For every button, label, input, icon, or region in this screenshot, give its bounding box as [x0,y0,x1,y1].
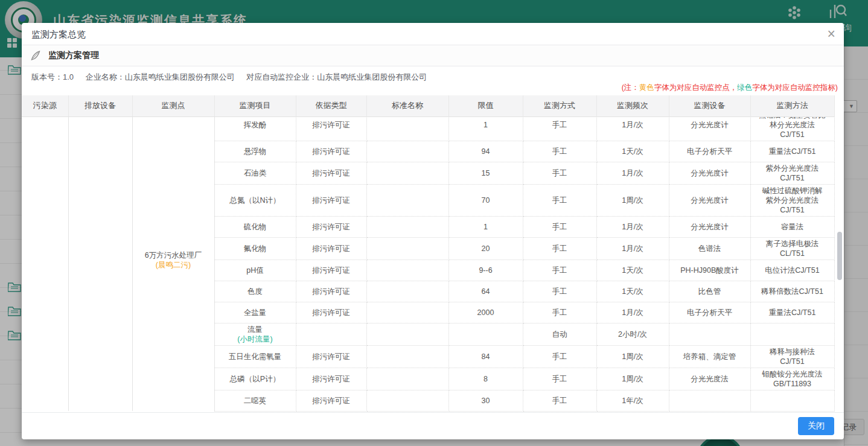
cell-item: 色度 [214,281,296,302]
table-row: 6万方污水处理厂(晨鸣二污)挥发酚排污许可证1手工1月/次分光光度计蒸馏后4-氨… [22,117,834,141]
legend-yellow: 黄色 [639,83,654,92]
cell-basis: 排污许可证 [296,141,366,162]
cell-item: 二噁英 [214,390,296,411]
cell-basis [296,323,366,345]
cell-method: 离子选择电极法 CL/T51 [750,237,834,260]
cell-basis: 排污许可证 [296,216,366,237]
cell-device: 色谱法 [669,237,750,260]
cell-mode: 手工 [523,260,596,281]
cell-limit: 64 [448,281,523,302]
table-scrollbar-thumb[interactable] [837,232,842,280]
cell-device: 比色管 [669,281,750,302]
cell-basis: 排污许可证 [296,302,366,323]
monitor-point-name: 6万方污水处理厂 [136,250,211,260]
cell-item: 五日生化需氧量 [214,345,296,368]
cell-mode: 自动 [523,323,596,345]
cell-item: 总氮（以N计） [214,184,296,216]
column-header: 监测方法 [750,95,834,116]
cell-freq: 1年/次 [596,390,669,411]
version-text: 版本号：1.0 [31,72,74,81]
cell-standard [366,260,448,281]
cell-mode: 手工 [523,368,596,390]
cell-device [669,390,750,411]
cell-limit: 20 [448,237,523,260]
cell-freq: 1月/次 [596,162,669,184]
cell-method [750,390,834,411]
monitor-point-cell: 6万方污水处理厂(晨鸣二污) [132,117,214,412]
cell-basis: 排污许可证 [296,260,366,281]
cell-basis: 排污许可证 [296,281,366,302]
cell-freq: 1月/次 [596,302,669,323]
cell-method: 蒸馏后4-氨基安替比 林分光光度法 CJ/T51 [750,117,834,141]
cell-freq: 1月/次 [596,237,669,260]
legend-green: 绿色 [737,83,752,92]
cell-basis: 排污许可证 [296,162,366,184]
plan-table-body: 6万方污水处理厂(晨鸣二污)挥发酚排污许可证1手工1月/次分光光度计蒸馏后4-氨… [22,117,844,412]
cell-method: 重量法CJ/T51 [750,141,834,162]
column-header: 污染源 [22,95,68,116]
cell-device: 分光光度计 [669,184,750,216]
cell-freq: 1周/次 [596,368,669,390]
column-header: 监测项目 [214,95,296,116]
cell-standard [366,237,448,260]
close-icon[interactable]: × [828,25,835,42]
cell-method: 重量法CJ/T51 [750,302,834,323]
pollution-source-cell [22,117,68,412]
company-text: 企业名称：山东晨鸣纸业集团股份有限公司 [86,72,235,81]
cell-method: 电位计法CJ/T51 [750,260,834,281]
column-header: 监测频次 [596,95,669,116]
cell-freq: 2小时/次 [596,323,669,345]
auto-company-text: 对应自动监控企业：山东晨鸣纸业集团股份有限公司 [246,72,427,81]
cell-mode: 手工 [523,117,596,141]
cell-mode: 手工 [523,141,596,162]
column-header: 限值 [448,95,523,116]
cell-limit: 9--6 [448,260,523,281]
cell-basis: 排污许可证 [296,237,366,260]
cell-freq: 1月/次 [596,117,669,141]
cell-standard [366,323,448,345]
cell-device [669,323,750,345]
column-header: 监测设备 [669,95,750,116]
cell-mode: 手工 [523,390,596,411]
cell-device: PH-HJ90B酸度计 [669,260,750,281]
quill-icon [30,50,41,61]
monitor-plan-modal: 监测方案总览 × 监测方案管理 版本号：1.0 企业名称：山东晨鸣纸业集团股份有… [22,23,844,439]
info-area: 版本号：1.0 企业名称：山东晨鸣纸业集团股份有限公司 对应自动监控企业：山东晨… [22,66,844,95]
cell-limit: 8 [448,368,523,390]
cell-limit: 30 [448,390,523,411]
cell-limit [448,323,523,345]
cell-method: 稀释倍数法CJ/T51 [750,281,834,302]
column-header: 监测点 [132,95,214,116]
cell-basis: 排污许可证 [296,184,366,216]
cell-freq: 1天/次 [596,141,669,162]
cell-mode: 手工 [523,281,596,302]
section-bar: 监测方案管理 [22,45,844,66]
cell-basis: 排污许可证 [296,117,366,141]
plan-info-line: 版本号：1.0 企业名称：山东晨鸣纸业集团股份有限公司 对应自动监控企业：山东晨… [31,72,436,83]
cell-device: 培养箱、滴定管 [669,345,750,368]
cell-freq: 1天/次 [596,281,669,302]
cell-freq: 1周/次 [596,184,669,216]
cell-mode: 手工 [523,184,596,216]
cell-device: 分光光度法 [669,368,750,390]
column-header: 标准名称 [366,95,448,116]
modal-footer: 关闭 [22,412,844,439]
close-button[interactable]: 关闭 [798,417,834,435]
plan-table-header: 污染源排放设备监测点监测项目依据类型标准名称限值监测方式监测频次监测设备监测方法 [22,95,844,117]
cell-method: 钼酸铵分光光度法 GB/T11893 [750,368,834,390]
equipment-cell [68,117,132,412]
cell-freq: 1月/次 [596,216,669,237]
cell-method: 碱性过硫酸钾消解 紫外分光光度法 CJ/T51 [750,184,834,216]
column-header: 监测方式 [523,95,596,116]
cell-item: 总磷（以P计） [214,368,296,390]
modal-title: 监测方案总览 [22,23,844,45]
cell-standard [366,281,448,302]
cell-item: 挥发酚 [214,117,296,141]
column-header: 排放设备 [68,95,132,116]
cell-item: 悬浮物 [214,141,296,162]
cell-limit: 15 [448,162,523,184]
cell-method: 稀释与接种法 CJ/T51 [750,345,834,368]
cell-limit: 84 [448,345,523,368]
cell-mode: 手工 [523,216,596,237]
cell-mode: 手工 [523,237,596,260]
